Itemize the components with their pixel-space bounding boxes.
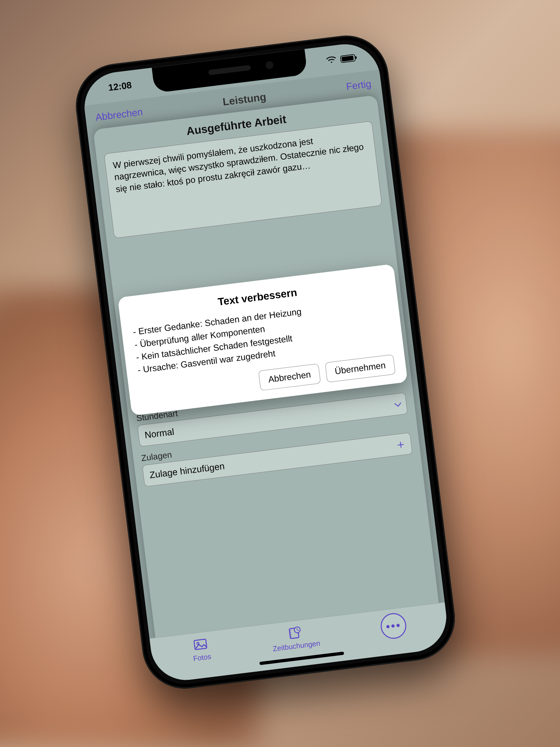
popup-accept-button[interactable]: Übernehmen: [325, 354, 396, 382]
plus-icon: ＋: [394, 436, 407, 453]
zulagen-value: Zulage hinzufügen: [149, 461, 225, 481]
battery-icon: [340, 54, 356, 63]
tab-fotos[interactable]: Fotos: [191, 636, 212, 663]
stundenart-value: Normal: [144, 427, 175, 441]
bg-nav-back[interactable]: Abbrechen: [95, 106, 143, 123]
status-time: 12:08: [100, 80, 132, 94]
tab-zeit-label: Zeitbuchungen: [272, 639, 321, 653]
work-text-value: W pierwszej chwili pomyślałem, że uszkod…: [112, 136, 364, 194]
more-fab-button[interactable]: •••: [379, 612, 408, 640]
wifi-icon: [325, 55, 337, 67]
more-icon: •••: [385, 618, 402, 633]
app-content: Abbrechen Leistung Fertig Ausgeführte Ar…: [84, 70, 450, 684]
tab-zeitbuchungen[interactable]: Zeitbuchungen: [270, 622, 321, 653]
phone-screen: 12:08: [81, 40, 450, 684]
timesheet-icon: [287, 624, 303, 641]
chevron-down-icon: [394, 399, 402, 410]
bg-nav-title: Leistung: [222, 91, 267, 108]
tab-fotos-label: Fotos: [192, 652, 212, 663]
photo-icon: [192, 636, 209, 652]
popup-cancel-button[interactable]: Abbrechen: [258, 363, 321, 390]
bg-nav-done[interactable]: Fertig: [346, 78, 372, 93]
